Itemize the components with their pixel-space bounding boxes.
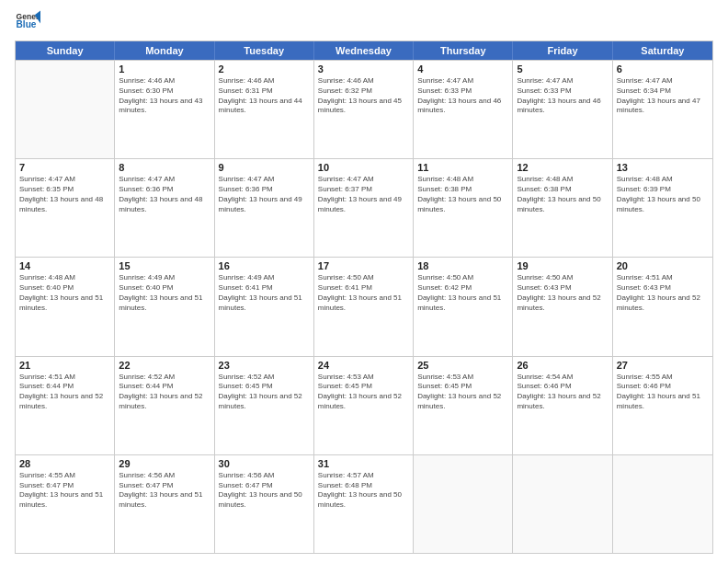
calendar-cell: 8Sunrise: 4:47 AM Sunset: 6:36 PM Daylig… <box>115 159 214 257</box>
logo-icon: General Blue <box>15 9 40 35</box>
cell-day-number: 18 <box>417 260 508 271</box>
calendar-week: 21Sunrise: 4:51 AM Sunset: 6:44 PM Dayli… <box>16 356 712 454</box>
calendar-cell: 9Sunrise: 4:47 AM Sunset: 6:36 PM Daylig… <box>215 159 314 257</box>
calendar-week: 7Sunrise: 4:47 AM Sunset: 6:35 PM Daylig… <box>16 158 712 257</box>
cell-info: Sunrise: 4:48 AM Sunset: 6:40 PM Dayligh… <box>19 273 110 313</box>
cell-day-number: 4 <box>417 63 508 75</box>
cell-info: Sunrise: 4:52 AM Sunset: 6:44 PM Dayligh… <box>119 373 210 412</box>
calendar-cell: 22Sunrise: 4:52 AM Sunset: 6:44 PM Dayli… <box>115 357 214 454</box>
calendar-week: 1Sunrise: 4:46 AM Sunset: 6:30 PM Daylig… <box>16 60 712 158</box>
cell-day-number: 11 <box>417 162 508 173</box>
cell-info: Sunrise: 4:48 AM Sunset: 6:39 PM Dayligh… <box>617 175 709 214</box>
logo: General Blue <box>15 9 40 35</box>
cell-day-number: 12 <box>517 162 608 173</box>
calendar-cell: 26Sunrise: 4:54 AM Sunset: 6:46 PM Dayli… <box>513 357 612 454</box>
cell-info: Sunrise: 4:50 AM Sunset: 6:42 PM Dayligh… <box>417 273 508 313</box>
cell-day-number: 23 <box>219 360 310 371</box>
cell-info: Sunrise: 4:48 AM Sunset: 6:38 PM Dayligh… <box>517 175 608 214</box>
calendar-cell: 18Sunrise: 4:50 AM Sunset: 6:42 PM Dayli… <box>414 258 513 355</box>
calendar-cell: 1Sunrise: 4:46 AM Sunset: 6:30 PM Daylig… <box>115 61 214 158</box>
calendar-cell: 16Sunrise: 4:49 AM Sunset: 6:41 PM Dayli… <box>215 258 314 355</box>
cell-day-number: 6 <box>617 63 709 75</box>
calendar-cell <box>613 455 712 553</box>
calendar-cell: 24Sunrise: 4:53 AM Sunset: 6:45 PM Dayli… <box>314 357 414 454</box>
cell-info: Sunrise: 4:46 AM Sunset: 6:32 PM Dayligh… <box>318 76 409 116</box>
weekday-header: Wednesday <box>314 41 414 60</box>
cell-day-number: 8 <box>119 162 210 173</box>
calendar-cell: 17Sunrise: 4:50 AM Sunset: 6:41 PM Dayli… <box>314 258 414 355</box>
cell-day-number: 16 <box>219 260 310 271</box>
cell-info: Sunrise: 4:47 AM Sunset: 6:33 PM Dayligh… <box>417 76 508 116</box>
cell-day-number: 9 <box>219 162 310 173</box>
calendar-cell: 28Sunrise: 4:55 AM Sunset: 6:47 PM Dayli… <box>16 455 115 553</box>
cell-day-number: 14 <box>19 260 110 271</box>
cell-info: Sunrise: 4:48 AM Sunset: 6:38 PM Dayligh… <box>417 175 508 214</box>
cell-info: Sunrise: 4:47 AM Sunset: 6:36 PM Dayligh… <box>119 175 210 214</box>
cell-info: Sunrise: 4:51 AM Sunset: 6:44 PM Dayligh… <box>19 373 110 412</box>
weekday-header: Monday <box>115 41 214 60</box>
calendar-cell: 2Sunrise: 4:46 AM Sunset: 6:31 PM Daylig… <box>215 61 314 158</box>
calendar-cell: 30Sunrise: 4:56 AM Sunset: 6:47 PM Dayli… <box>215 455 314 553</box>
cell-info: Sunrise: 4:54 AM Sunset: 6:46 PM Dayligh… <box>517 373 608 412</box>
calendar: SundayMondayTuesdayWednesdayThursdayFrid… <box>15 40 713 554</box>
cell-day-number: 7 <box>19 162 110 173</box>
calendar-cell: 3Sunrise: 4:46 AM Sunset: 6:32 PM Daylig… <box>314 61 414 158</box>
page: General Blue SundayMondayTuesdayWednesda… <box>0 0 728 563</box>
cell-day-number: 15 <box>119 260 210 271</box>
cell-day-number: 29 <box>119 458 210 469</box>
cell-day-number: 27 <box>617 360 709 371</box>
calendar-cell: 13Sunrise: 4:48 AM Sunset: 6:39 PM Dayli… <box>613 159 712 257</box>
calendar-cell: 14Sunrise: 4:48 AM Sunset: 6:40 PM Dayli… <box>16 258 115 355</box>
weekday-header: Thursday <box>414 41 513 60</box>
calendar-cell: 19Sunrise: 4:50 AM Sunset: 6:43 PM Dayli… <box>513 258 612 355</box>
cell-day-number: 30 <box>219 458 310 469</box>
cell-info: Sunrise: 4:49 AM Sunset: 6:40 PM Dayligh… <box>119 273 210 313</box>
svg-text:Blue: Blue <box>17 19 37 29</box>
cell-day-number: 21 <box>19 360 110 371</box>
weekday-header: Sunday <box>16 41 115 60</box>
cell-info: Sunrise: 4:47 AM Sunset: 6:34 PM Dayligh… <box>617 76 709 116</box>
calendar-cell <box>513 455 612 553</box>
calendar-week: 14Sunrise: 4:48 AM Sunset: 6:40 PM Dayli… <box>16 257 712 355</box>
calendar-cell: 20Sunrise: 4:51 AM Sunset: 6:43 PM Dayli… <box>613 258 712 355</box>
cell-day-number: 26 <box>517 360 608 371</box>
calendar-cell: 4Sunrise: 4:47 AM Sunset: 6:33 PM Daylig… <box>414 61 513 158</box>
weekday-header: Saturday <box>613 41 712 60</box>
calendar-cell: 15Sunrise: 4:49 AM Sunset: 6:40 PM Dayli… <box>115 258 214 355</box>
calendar-cell: 5Sunrise: 4:47 AM Sunset: 6:33 PM Daylig… <box>513 61 612 158</box>
cell-info: Sunrise: 4:56 AM Sunset: 6:47 PM Dayligh… <box>119 471 210 511</box>
calendar-cell: 6Sunrise: 4:47 AM Sunset: 6:34 PM Daylig… <box>613 61 712 158</box>
cell-day-number: 20 <box>617 260 709 271</box>
calendar-cell: 11Sunrise: 4:48 AM Sunset: 6:38 PM Dayli… <box>414 159 513 257</box>
calendar-week: 28Sunrise: 4:55 AM Sunset: 6:47 PM Dayli… <box>16 454 712 553</box>
calendar-cell <box>414 455 513 553</box>
cell-info: Sunrise: 4:46 AM Sunset: 6:30 PM Dayligh… <box>119 76 210 116</box>
calendar-cell: 7Sunrise: 4:47 AM Sunset: 6:35 PM Daylig… <box>16 159 115 257</box>
cell-info: Sunrise: 4:55 AM Sunset: 6:47 PM Dayligh… <box>19 471 110 511</box>
cell-info: Sunrise: 4:50 AM Sunset: 6:41 PM Dayligh… <box>318 273 409 313</box>
cell-day-number: 1 <box>119 63 210 75</box>
cell-info: Sunrise: 4:52 AM Sunset: 6:45 PM Dayligh… <box>219 373 310 412</box>
calendar-cell: 31Sunrise: 4:57 AM Sunset: 6:48 PM Dayli… <box>314 455 414 553</box>
calendar-cell: 27Sunrise: 4:55 AM Sunset: 6:46 PM Dayli… <box>613 357 712 454</box>
cell-info: Sunrise: 4:50 AM Sunset: 6:43 PM Dayligh… <box>517 273 608 313</box>
cell-day-number: 25 <box>417 360 508 371</box>
calendar-cell <box>16 61 115 158</box>
cell-day-number: 22 <box>119 360 210 371</box>
calendar-cell: 25Sunrise: 4:53 AM Sunset: 6:45 PM Dayli… <box>414 357 513 454</box>
cell-info: Sunrise: 4:47 AM Sunset: 6:36 PM Dayligh… <box>219 175 310 214</box>
cell-day-number: 3 <box>318 63 409 75</box>
cell-day-number: 31 <box>318 458 409 469</box>
calendar-cell: 23Sunrise: 4:52 AM Sunset: 6:45 PM Dayli… <box>215 357 314 454</box>
cell-day-number: 10 <box>318 162 409 173</box>
cell-info: Sunrise: 4:53 AM Sunset: 6:45 PM Dayligh… <box>417 373 508 412</box>
cell-day-number: 19 <box>517 260 608 271</box>
cell-info: Sunrise: 4:57 AM Sunset: 6:48 PM Dayligh… <box>318 471 409 511</box>
cell-day-number: 28 <box>19 458 110 469</box>
calendar-header: SundayMondayTuesdayWednesdayThursdayFrid… <box>16 41 712 60</box>
cell-info: Sunrise: 4:47 AM Sunset: 6:37 PM Dayligh… <box>318 175 409 214</box>
cell-info: Sunrise: 4:46 AM Sunset: 6:31 PM Dayligh… <box>219 76 310 116</box>
cell-info: Sunrise: 4:55 AM Sunset: 6:46 PM Dayligh… <box>617 373 709 412</box>
cell-day-number: 17 <box>318 260 409 271</box>
cell-day-number: 24 <box>318 360 409 371</box>
